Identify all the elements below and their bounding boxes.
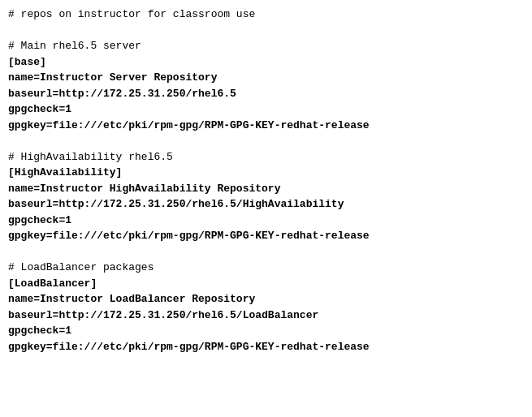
code-viewer: # repos on instructor for classroom use … [0,0,532,417]
code-line: # HighAvailability rhel6.5 [8,149,524,166]
code-line: baseurl=http://172.25.31.250/rhel6.5/Hig… [8,196,524,213]
code-line: gpgkey=file:///etc/pki/rpm-gpg/RPM-GPG-K… [8,228,524,244]
code-line: name=Instructor Server Repository [8,70,524,86]
code-line: gpgcheck=1 [8,323,524,339]
code-line: gpgcheck=1 [8,101,524,118]
code-line: gpgkey=file:///etc/pki/rpm-gpg/RPM-GPG-K… [8,339,524,355]
code-line: # repos on instructor for classroom use [8,6,524,23]
code-line: [LoadBalancer] [8,276,524,292]
code-line: # LoadBalancer packages [8,260,524,276]
code-line: gpgcheck=1 [8,213,524,229]
code-line [8,133,524,149]
code-line: # Main rhel6.5 server [8,38,524,54]
code-line: gpgkey=file:///etc/pki/rpm-gpg/RPM-GPG-K… [8,118,524,134]
code-line [8,23,524,39]
code-line: [base] [8,54,524,71]
code-line: [HighAvailability] [8,165,524,181]
code-line: baseurl=http://172.25.31.250/rhel6.5 [8,86,524,102]
code-line: name=Instructor HighAvailability Reposit… [8,181,524,197]
code-line: name=Instructor LoadBalancer Repository [8,291,524,307]
code-line [8,244,524,260]
code-line: baseurl=http://172.25.31.250/rhel6.5/Loa… [8,307,524,324]
